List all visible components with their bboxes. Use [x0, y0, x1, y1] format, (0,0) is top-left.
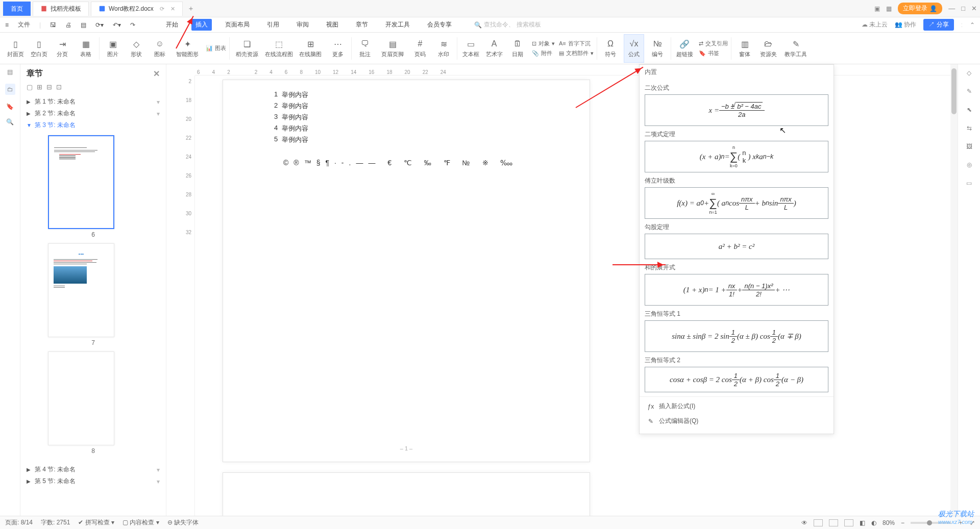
lstrip-folder-icon[interactable]: 🗀: [5, 84, 15, 95]
rtab-insert[interactable]: 插入: [191, 19, 212, 31]
print-icon[interactable]: 🖨: [65, 21, 71, 29]
maximize-button[interactable]: □: [961, 5, 965, 12]
scrollbar-thumb[interactable]: [951, 68, 957, 114]
rstrip-book-icon[interactable]: ▭: [966, 180, 972, 187]
close-button[interactable]: ✕: [971, 5, 977, 12]
lstrip-bookmark-icon[interactable]: 🔖: [6, 103, 14, 110]
minimize-button[interactable]: —: [948, 5, 955, 12]
tool-resource[interactable]: 🗁资源夹: [758, 34, 778, 63]
rtab-vip[interactable]: 会员专享: [423, 19, 456, 31]
tab-template[interactable]: 找稻壳模板: [33, 2, 89, 16]
view-read-icon[interactable]: [829, 519, 838, 526]
tool-pagenum[interactable]: #页码: [410, 34, 430, 63]
tool-water[interactable]: ≋水印: [433, 34, 454, 63]
tool-picture[interactable]: ▣图片: [103, 34, 123, 63]
add-tab-button[interactable]: ＋: [185, 4, 197, 13]
tool-equation[interactable]: √x公式: [624, 34, 644, 63]
section-item-5[interactable]: ▶第 5 节: 未命名▾: [20, 475, 166, 487]
tool-bookmark[interactable]: 🔖书签: [699, 49, 728, 57]
search-box[interactable]: 🔍 查找命令、 搜索模板: [474, 20, 541, 29]
status-spell[interactable]: ✔ 拼写检查 ▾: [78, 518, 114, 527]
redo-icon[interactable]: ↷: [130, 21, 135, 29]
grid1-icon[interactable]: ▣: [874, 5, 880, 12]
eq-item-quadratic[interactable]: x = −b ± b² − 4ac2a: [645, 94, 828, 126]
sb-op3-icon[interactable]: ⊟: [46, 83, 52, 91]
tool-shape[interactable]: ◇形状: [126, 34, 146, 63]
sidebar-close-icon[interactable]: ✕: [153, 69, 160, 79]
theme-icon[interactable]: ◐: [871, 519, 876, 526]
rstrip-pic-icon[interactable]: 🖼: [966, 143, 972, 150]
rstrip-settings-icon[interactable]: ⇆: [967, 124, 972, 132]
share-button[interactable]: ↗ 分享: [923, 19, 953, 31]
section-item-1[interactable]: ▶第 1 节: 未命名▾: [20, 96, 166, 108]
tool-date[interactable]: 🗓日期: [507, 34, 528, 63]
tab-doc[interactable]: Word教程2.docx ⟳ ✕: [91, 2, 183, 16]
tool-number[interactable]: №编号: [647, 34, 668, 63]
eq-item-expand[interactable]: (1 + x)n = 1 + nx1! + n(n − 1)x²2! + ⋯: [645, 274, 828, 306]
rtab-review[interactable]: 审阅: [292, 19, 313, 31]
tool-attach[interactable]: 📎附件: [532, 49, 555, 57]
tool-rsc[interactable]: ❏稻壳资源: [233, 34, 261, 63]
tab-sync-icon[interactable]: ⟳: [160, 6, 164, 12]
login-button[interactable]: 立即登录 👤: [898, 3, 942, 14]
tool-symbol[interactable]: Ω符号: [600, 34, 621, 63]
eye-icon[interactable]: 👁: [801, 519, 807, 526]
tool-chart[interactable]: 📊图表: [206, 44, 226, 52]
tool-artword[interactable]: A艺术字: [484, 34, 504, 63]
eq-insert-new[interactable]: ƒx插入新公式(I): [640, 399, 834, 414]
tool-flow[interactable]: ⬚在线流程图: [264, 34, 293, 63]
eq-item-binomial[interactable]: (x + a)n = n∑k=0 (nk) xkan−k: [645, 141, 828, 172]
page-thumb-7[interactable]: ■■ ■■■: [48, 243, 114, 337]
zoom-out[interactable]: −: [901, 519, 904, 526]
tool-dropcap[interactable]: A≡首字下沉: [559, 40, 594, 47]
eq-editor[interactable]: ✎公式编辑器(Q): [640, 414, 834, 429]
menu-icon[interactable]: ≡: [5, 21, 9, 29]
lstrip-toc-icon[interactable]: ▤: [7, 68, 13, 75]
eq-item-pythagoras[interactable]: a² + b² = c²: [645, 234, 828, 259]
tool-docpart[interactable]: ▤文档部件▾: [559, 49, 594, 57]
file-menu[interactable]: 文件: [18, 20, 30, 29]
rstrip-pen-icon[interactable]: ✎: [967, 88, 972, 95]
tool-pagebreak[interactable]: ⇥分页: [52, 34, 72, 63]
tool-object[interactable]: ⊡对象▾: [532, 40, 555, 47]
rtab-refs[interactable]: 引用: [263, 19, 283, 31]
coop-button[interactable]: 👥 协作: [895, 20, 916, 29]
tool-mind[interactable]: ⊞在线脑图: [296, 34, 325, 63]
rtab-view[interactable]: 视图: [322, 19, 342, 31]
eq-item-trig2[interactable]: cosα + cosβ = 2 cos12(α + β) cos12(α − β…: [645, 367, 828, 392]
tool-blank[interactable]: ▯空白页: [29, 34, 49, 63]
refresh-icon[interactable]: ⟳▾: [95, 21, 104, 29]
grid2-icon[interactable]: ▦: [886, 5, 892, 12]
zoom-value[interactable]: 80%: [883, 519, 895, 526]
cloud-status[interactable]: ☁ 未上云: [862, 20, 888, 29]
page-thumb-8[interactable]: [48, 351, 114, 445]
rtab-start[interactable]: 开始: [162, 19, 182, 31]
page-canvas-1[interactable]: 1举例内容 2举例内容 3举例内容 4举例内容 5举例内容 ©®™§¶·-.——…: [223, 80, 590, 462]
sb-op1-icon[interactable]: ▢: [27, 83, 33, 91]
rstrip-pin-icon[interactable]: ◎: [967, 161, 972, 168]
ruler-vertical[interactable]: 21820222426283032: [166, 75, 195, 516]
tool-more[interactable]: ⋯更多: [328, 34, 348, 63]
rstrip-select-icon[interactable]: ⬉: [967, 106, 972, 113]
sb-op2-icon[interactable]: ⊞: [37, 83, 42, 91]
view-print-icon[interactable]: [814, 519, 823, 526]
focus-icon[interactable]: ◧: [860, 519, 865, 526]
save-icon[interactable]: 🖫: [50, 21, 56, 29]
eq-item-fourier[interactable]: f(x) = a0 + ∞∑n=1 ( an cosnπxL + bn sinn…: [645, 187, 828, 219]
collapse-ribbon-icon[interactable]: ⌃: [970, 21, 975, 29]
tool-smart[interactable]: ✦智能图形: [173, 34, 202, 63]
tool-icon[interactable]: ☺图标: [150, 34, 170, 63]
sb-op4-icon[interactable]: ⊡: [56, 83, 62, 91]
section-item-2[interactable]: ▶第 2 节: 未命名▾: [20, 108, 166, 119]
tool-window[interactable]: ▥窗体: [734, 34, 755, 63]
status-check[interactable]: ▢ 内容检查 ▾: [122, 518, 159, 527]
scrollbar-vertical[interactable]: [950, 64, 958, 516]
status-words[interactable]: 字数: 2751: [41, 518, 70, 527]
page-thumb-6[interactable]: [48, 135, 114, 229]
status-page[interactable]: 页面: 8/14: [5, 518, 33, 527]
tool-cover[interactable]: ▯封面页: [5, 34, 26, 63]
print-preview-icon[interactable]: ▤: [81, 21, 86, 29]
eq-item-trig1[interactable]: sinα ± sinβ = 2 sin12(α ± β) cos12(α ∓ β…: [645, 320, 828, 352]
rtab-layout[interactable]: 页面布局: [221, 19, 254, 31]
lstrip-search-icon[interactable]: 🔍: [6, 118, 14, 125]
